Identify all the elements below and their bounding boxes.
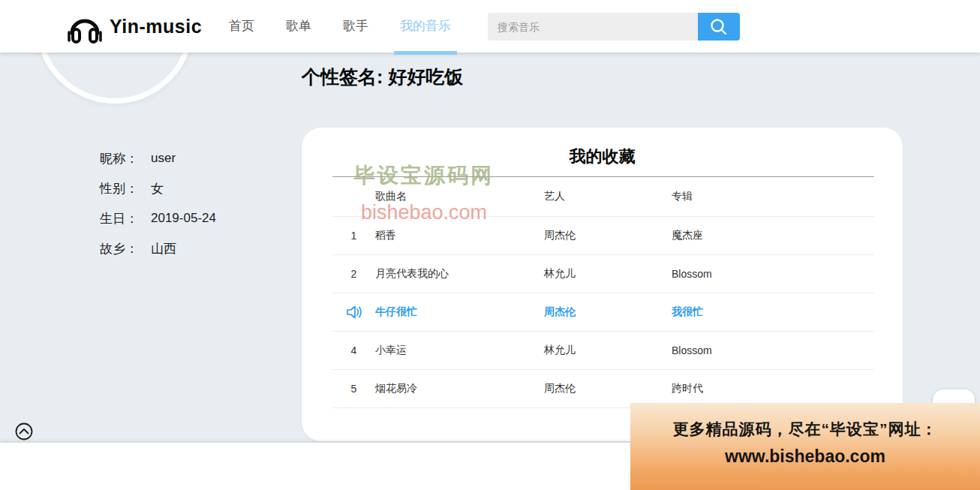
profile-nickname: 昵称： user <box>100 143 216 173</box>
brand[interactable]: Yin-music <box>66 0 202 53</box>
row-artist: 周杰伦 <box>544 382 672 395</box>
profile-nickname-value: user <box>151 151 176 166</box>
col-artist: 艺人 <box>544 190 672 203</box>
nav-menu: 首页 歌单 歌手 我的音乐 <box>229 0 451 53</box>
nav-item-home[interactable]: 首页 <box>229 0 254 53</box>
nav-item-my-music[interactable]: 我的音乐 <box>400 0 451 53</box>
collection-title: 我的收藏 <box>302 146 903 168</box>
navbar: Yin-music 首页 歌单 歌手 我的音乐 <box>0 0 980 53</box>
profile-hometown-value: 山西 <box>151 240 176 257</box>
row-index: 4 <box>332 344 375 356</box>
row-artist: 周杰伦 <box>544 229 672 242</box>
row-album: Blossom <box>672 344 874 356</box>
brand-name: Yin-music <box>110 16 202 38</box>
table-row-playing[interactable]: 牛仔很忙 周杰伦 我很忙 <box>332 293 874 332</box>
nav-item-artists[interactable]: 歌手 <box>343 0 368 53</box>
row-artist: 周杰伦 <box>544 305 672 319</box>
row-song[interactable]: 牛仔很忙 <box>375 305 544 319</box>
row-index: 2 <box>332 268 375 280</box>
ad-banner[interactable]: 更多精品源码，尽在“毕设宝”网址： www.bishebao.com <box>630 403 980 490</box>
profile-gender: 性别： 女 <box>100 173 216 203</box>
row-index: 5 <box>332 383 375 395</box>
profile-nickname-label: 昵称： <box>100 150 151 167</box>
ad-banner-text: 更多精品源码，尽在“毕设宝”网址： <box>630 419 980 440</box>
signature-heading: 个性签名: 好好吃饭 <box>302 65 463 89</box>
search-button[interactable] <box>698 13 740 41</box>
col-song: 歌曲名 <box>375 190 544 203</box>
collection-card: 我的收藏 歌曲名 艺人 专辑 1 稻香 周杰伦 魔杰座 2 月亮代表我的心 林允… <box>302 128 903 441</box>
profile-gender-value: 女 <box>151 180 164 197</box>
row-index <box>332 305 375 320</box>
row-artist: 林允儿 <box>544 267 672 281</box>
row-song[interactable]: 小幸运 <box>375 344 544 357</box>
nav-item-playlists[interactable]: 歌单 <box>286 0 311 53</box>
search-icon <box>709 17 729 37</box>
row-song[interactable]: 月亮代表我的心 <box>375 267 544 281</box>
profile-birthday-value: 2019-05-24 <box>151 211 216 226</box>
row-artist: 林允儿 <box>544 344 672 357</box>
scroll-top-button[interactable] <box>15 422 33 440</box>
collection-table: 歌曲名 艺人 专辑 1 稻香 周杰伦 魔杰座 2 月亮代表我的心 林允儿 Blo… <box>332 176 874 408</box>
row-album: Blossom <box>672 268 874 280</box>
col-album: 专辑 <box>672 190 874 203</box>
profile-birthday: 生日： 2019-05-24 <box>100 203 216 233</box>
row-album: 魔杰座 <box>672 229 874 242</box>
search-box <box>488 13 740 41</box>
profile-hometown-label: 故乡： <box>100 240 151 257</box>
profile-gender-label: 性别： <box>100 180 151 197</box>
row-album: 我很忙 <box>672 305 874 319</box>
row-song[interactable]: 稻香 <box>375 229 544 242</box>
table-row[interactable]: 1 稻香 周杰伦 魔杰座 <box>332 217 874 255</box>
profile-birthday-label: 生日： <box>100 210 151 227</box>
row-index: 1 <box>332 230 375 242</box>
profile-hometown: 故乡： 山西 <box>100 233 216 263</box>
row-song[interactable]: 烟花易冷 <box>375 382 544 395</box>
table-row[interactable]: 4 小幸运 林允儿 Blossom <box>332 332 874 370</box>
search-input[interactable] <box>488 13 698 41</box>
ad-banner-url: www.bishebao.com <box>630 446 980 467</box>
profile-info: 昵称： user 性别： 女 生日： 2019-05-24 故乡： 山西 <box>100 143 216 263</box>
headphones-icon <box>66 10 104 46</box>
table-header: 歌曲名 艺人 专辑 <box>332 177 874 217</box>
speaker-icon <box>346 305 362 320</box>
row-album: 跨时代 <box>672 382 874 395</box>
table-row[interactable]: 2 月亮代表我的心 林允儿 Blossom <box>332 255 874 293</box>
